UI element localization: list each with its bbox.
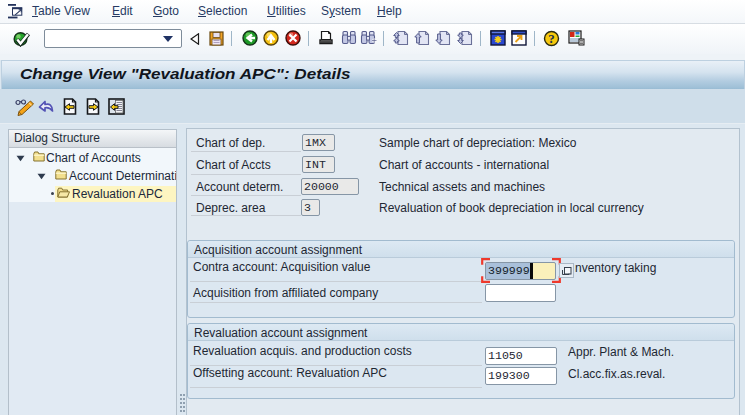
svg-text:?: ?: [548, 31, 555, 46]
